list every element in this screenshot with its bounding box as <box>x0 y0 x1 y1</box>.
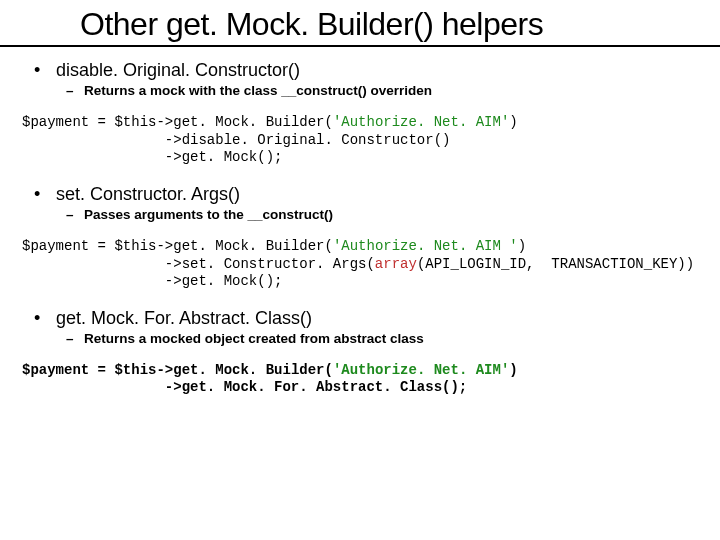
bullet-sub: Returns a mocked object created from abs… <box>66 331 698 348</box>
bullet-sub-text: Returns a mock with the class __construc… <box>84 83 432 98</box>
bullet-heading-text: set. Constructor. Args() <box>56 184 240 204</box>
bullet-heading: get. Mock. For. Abstract. Class()Returns… <box>34 307 698 348</box>
code-block: $payment = $this->get. Mock. Builder('Au… <box>22 114 698 167</box>
code-block: $payment = $this->get. Mock. Builder('Au… <box>22 362 698 397</box>
bullet-sub-text: Returns a mocked object created from abs… <box>84 331 424 346</box>
bullet-heading: disable. Original. Constructor()Returns … <box>34 59 698 100</box>
code-block: $payment = $this->get. Mock. Builder('Au… <box>22 238 698 291</box>
bullet-heading-text: disable. Original. Constructor() <box>56 60 300 80</box>
page-title: Other get. Mock. Builder() helpers <box>80 6 670 43</box>
bullet-sub: Passes arguments to the __construct() <box>66 207 698 224</box>
bullet-sub: Returns a mock with the class __construc… <box>66 83 698 100</box>
title-bar: Other get. Mock. Builder() helpers <box>0 0 720 47</box>
bullet-heading-text: get. Mock. For. Abstract. Class() <box>56 308 312 328</box>
bullet-heading: set. Constructor. Args()Passes arguments… <box>34 183 698 224</box>
bullet-sub-text: Passes arguments to the __construct() <box>84 207 333 222</box>
